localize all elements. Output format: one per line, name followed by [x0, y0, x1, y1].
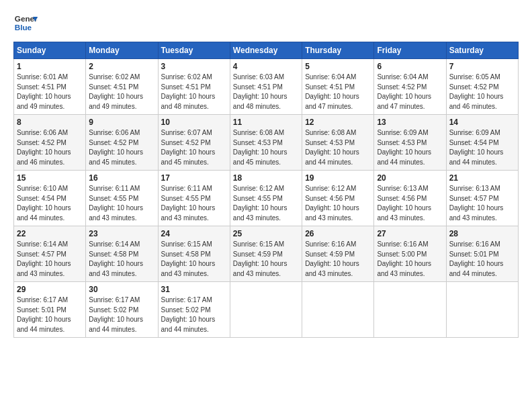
day-info: Sunrise: 6:05 AM Sunset: 4:52 PM Dayligh… — [449, 73, 515, 111]
day-info: Sunrise: 6:11 AM Sunset: 4:55 PM Dayligh… — [89, 184, 154, 223]
calendar-cell: 21Sunrise: 6:13 AM Sunset: 4:57 PM Dayli… — [446, 171, 518, 226]
calendar-cell: 15Sunrise: 6:10 AM Sunset: 4:54 PM Dayli… — [14, 171, 86, 226]
day-header-monday: Monday — [86, 42, 158, 59]
calendar-cell: 27Sunrise: 6:16 AM Sunset: 5:00 PM Dayli… — [374, 226, 446, 282]
day-info: Sunrise: 6:17 AM Sunset: 5:01 PM Dayligh… — [17, 295, 83, 334]
day-number: 29 — [17, 285, 83, 294]
calendar-cell: 9Sunrise: 6:06 AM Sunset: 4:52 PM Daylig… — [86, 115, 158, 171]
day-info: Sunrise: 6:10 AM Sunset: 4:54 PM Dayligh… — [17, 184, 83, 223]
day-header-sunday: Sunday — [14, 42, 86, 59]
day-number: 28 — [449, 229, 515, 238]
day-number: 20 — [377, 173, 443, 183]
day-number: 25 — [233, 229, 299, 238]
day-number: 11 — [233, 118, 299, 127]
calendar-cell: 31Sunrise: 6:17 AM Sunset: 5:02 PM Dayli… — [158, 282, 230, 338]
day-info: Sunrise: 6:15 AM Sunset: 4:58 PM Dayligh… — [161, 240, 227, 279]
calendar-cell: 10Sunrise: 6:07 AM Sunset: 4:52 PM Dayli… — [158, 115, 230, 171]
calendar-cell: 5Sunrise: 6:04 AM Sunset: 4:51 PM Daylig… — [302, 59, 374, 115]
day-number: 14 — [449, 118, 515, 127]
calendar-cell: 11Sunrise: 6:08 AM Sunset: 4:53 PM Dayli… — [230, 115, 302, 171]
day-number: 22 — [17, 229, 83, 238]
calendar-cell: 24Sunrise: 6:15 AM Sunset: 4:58 PM Dayli… — [158, 226, 230, 282]
calendar-cell: 1Sunrise: 6:01 AM Sunset: 4:51 PM Daylig… — [14, 59, 86, 115]
day-info: Sunrise: 6:13 AM Sunset: 4:57 PM Dayligh… — [449, 184, 515, 223]
day-info: Sunrise: 6:08 AM Sunset: 4:53 PM Dayligh… — [233, 128, 299, 167]
day-info: Sunrise: 6:12 AM Sunset: 4:55 PM Dayligh… — [233, 184, 299, 223]
day-number: 8 — [17, 118, 83, 127]
day-number: 3 — [161, 62, 227, 71]
day-number: 31 — [161, 285, 227, 294]
calendar-cell — [230, 282, 302, 338]
calendar-cell: 7Sunrise: 6:05 AM Sunset: 4:52 PM Daylig… — [446, 59, 518, 115]
day-info: Sunrise: 6:14 AM Sunset: 4:58 PM Dayligh… — [89, 240, 154, 279]
day-info: Sunrise: 6:08 AM Sunset: 4:53 PM Dayligh… — [305, 128, 371, 167]
calendar-cell: 4Sunrise: 6:03 AM Sunset: 4:51 PM Daylig… — [230, 59, 302, 115]
calendar-cell: 19Sunrise: 6:12 AM Sunset: 4:56 PM Dayli… — [302, 171, 374, 226]
day-header-saturday: Saturday — [446, 42, 518, 59]
calendar-cell: 25Sunrise: 6:15 AM Sunset: 4:59 PM Dayli… — [230, 226, 302, 282]
day-number: 12 — [305, 118, 371, 127]
day-info: Sunrise: 6:06 AM Sunset: 4:52 PM Dayligh… — [17, 128, 83, 167]
day-number: 21 — [449, 173, 515, 183]
calendar-cell: 6Sunrise: 6:04 AM Sunset: 4:52 PM Daylig… — [374, 59, 446, 115]
day-info: Sunrise: 6:13 AM Sunset: 4:56 PM Dayligh… — [377, 184, 443, 223]
calendar-cell — [446, 282, 518, 338]
day-header-friday: Friday — [374, 42, 446, 59]
day-info: Sunrise: 6:09 AM Sunset: 4:53 PM Dayligh… — [377, 128, 443, 167]
day-info: Sunrise: 6:02 AM Sunset: 4:51 PM Dayligh… — [161, 73, 227, 111]
calendar-cell: 2Sunrise: 6:02 AM Sunset: 4:51 PM Daylig… — [86, 59, 158, 115]
day-number: 1 — [17, 62, 83, 71]
calendar-cell: 23Sunrise: 6:14 AM Sunset: 4:58 PM Dayli… — [86, 226, 158, 282]
day-number: 30 — [89, 285, 154, 294]
calendar-cell: 12Sunrise: 6:08 AM Sunset: 4:53 PM Dayli… — [302, 115, 374, 171]
day-header-thursday: Thursday — [302, 42, 374, 59]
day-number: 9 — [89, 118, 154, 127]
calendar-cell: 30Sunrise: 6:17 AM Sunset: 5:02 PM Dayli… — [86, 282, 158, 338]
day-header-tuesday: Tuesday — [158, 42, 230, 59]
day-info: Sunrise: 6:14 AM Sunset: 4:57 PM Dayligh… — [17, 240, 83, 279]
logo: General Blue — [13, 11, 38, 35]
day-info: Sunrise: 6:17 AM Sunset: 5:02 PM Dayligh… — [89, 295, 154, 334]
day-info: Sunrise: 6:11 AM Sunset: 4:55 PM Dayligh… — [161, 184, 227, 223]
calendar-cell: 14Sunrise: 6:09 AM Sunset: 4:54 PM Dayli… — [446, 115, 518, 171]
calendar-cell: 28Sunrise: 6:16 AM Sunset: 5:01 PM Dayli… — [446, 226, 518, 282]
day-info: Sunrise: 6:02 AM Sunset: 4:51 PM Dayligh… — [89, 73, 154, 111]
day-number: 26 — [305, 229, 371, 238]
calendar-cell — [302, 282, 374, 338]
day-info: Sunrise: 6:06 AM Sunset: 4:52 PM Dayligh… — [89, 128, 154, 167]
day-number: 15 — [17, 173, 83, 183]
day-info: Sunrise: 6:12 AM Sunset: 4:56 PM Dayligh… — [305, 184, 371, 223]
day-number: 10 — [161, 118, 227, 127]
day-number: 6 — [377, 62, 443, 71]
day-number: 5 — [305, 62, 371, 71]
calendar-cell: 26Sunrise: 6:16 AM Sunset: 4:59 PM Dayli… — [302, 226, 374, 282]
day-header-wednesday: Wednesday — [230, 42, 302, 59]
day-number: 16 — [89, 173, 154, 183]
calendar-table: SundayMondayTuesdayWednesdayThursdayFrid… — [13, 42, 519, 338]
calendar-cell: 17Sunrise: 6:11 AM Sunset: 4:55 PM Dayli… — [158, 171, 230, 226]
svg-text:Blue: Blue — [15, 23, 32, 32]
calendar-cell: 13Sunrise: 6:09 AM Sunset: 4:53 PM Dayli… — [374, 115, 446, 171]
calendar-cell: 18Sunrise: 6:12 AM Sunset: 4:55 PM Dayli… — [230, 171, 302, 226]
day-number: 13 — [377, 118, 443, 127]
day-number: 7 — [449, 62, 515, 71]
day-info: Sunrise: 6:09 AM Sunset: 4:54 PM Dayligh… — [449, 128, 515, 167]
day-info: Sunrise: 6:03 AM Sunset: 4:51 PM Dayligh… — [233, 73, 299, 111]
day-number: 18 — [233, 173, 299, 183]
calendar-cell: 22Sunrise: 6:14 AM Sunset: 4:57 PM Dayli… — [14, 226, 86, 282]
calendar-cell: 16Sunrise: 6:11 AM Sunset: 4:55 PM Dayli… — [86, 171, 158, 226]
calendar-cell: 3Sunrise: 6:02 AM Sunset: 4:51 PM Daylig… — [158, 59, 230, 115]
day-number: 2 — [89, 62, 154, 71]
day-number: 17 — [161, 173, 227, 183]
day-info: Sunrise: 6:16 AM Sunset: 5:01 PM Dayligh… — [449, 240, 515, 279]
calendar-cell: 29Sunrise: 6:17 AM Sunset: 5:01 PM Dayli… — [14, 282, 86, 338]
calendar-cell — [374, 282, 446, 338]
day-number: 27 — [377, 229, 443, 238]
day-info: Sunrise: 6:04 AM Sunset: 4:52 PM Dayligh… — [377, 73, 443, 111]
day-info: Sunrise: 6:04 AM Sunset: 4:51 PM Dayligh… — [305, 73, 371, 111]
calendar-cell: 20Sunrise: 6:13 AM Sunset: 4:56 PM Dayli… — [374, 171, 446, 226]
day-number: 19 — [305, 173, 371, 183]
day-info: Sunrise: 6:01 AM Sunset: 4:51 PM Dayligh… — [17, 73, 83, 111]
day-number: 23 — [89, 229, 154, 238]
calendar-cell: 8Sunrise: 6:06 AM Sunset: 4:52 PM Daylig… — [14, 115, 86, 171]
